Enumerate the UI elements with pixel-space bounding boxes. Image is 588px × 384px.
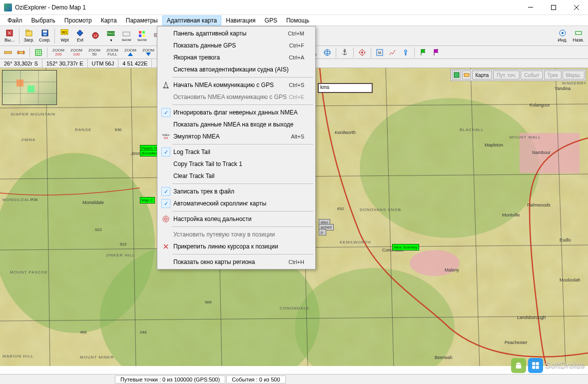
tool-track[interactable]: TRACK▼ (103, 28, 118, 44)
tool-anchor[interactable] (339, 47, 351, 58)
tool-target[interactable] (356, 47, 368, 58)
tool-ruler2[interactable] (15, 47, 27, 58)
place-label: Montville (502, 212, 520, 218)
menu-option-16[interactable]: ✓Записать трек в файл (158, 186, 314, 198)
menu-option-label: Copy Track Tail to Track 1 (173, 160, 242, 168)
shortcut-label: Ctrl+S (289, 82, 304, 88)
place-label: Maleny (445, 268, 459, 272)
place-label: Nambour (532, 150, 551, 155)
tab-track[interactable]: Трек (544, 70, 562, 80)
elevation-label: 468 (80, 330, 86, 334)
tool-globe[interactable] (321, 47, 333, 58)
load-icon (25, 29, 33, 37)
menu-option-9[interactable]: Показать данные NMEA на входе и выходе (158, 118, 314, 130)
tool-exit[interactable]: Вы... (2, 28, 17, 44)
map-overview-thumbnail[interactable] (2, 70, 57, 105)
place-label: MARION HILL (2, 354, 33, 358)
elevation-label: 248 (140, 330, 146, 334)
shortcut-label: Ctrl+E (289, 94, 304, 100)
menu-view[interactable]: Просмотр (60, 16, 96, 26)
zoom-50[interactable]: ZOOM50 (86, 47, 103, 58)
symbol-icon (138, 30, 146, 38)
menu-option-10[interactable]: NMEASIMЭмулятор NMEAAlt+S (158, 130, 314, 142)
map-note[interactable]: p. (319, 229, 326, 236)
tool-evt[interactable]: Evt (72, 28, 87, 44)
menu-option-19[interactable]: Настройка колец дальности (158, 213, 314, 225)
tab-events[interactable]: Событ (521, 70, 543, 80)
menu-option-3[interactable]: Система автоидентификации судна (AIS) (158, 64, 314, 76)
tool-save[interactable]: Сохр. (37, 28, 52, 44)
menu-help[interactable]: Помощь (282, 16, 314, 26)
tool-indicator[interactable]: Инд. (555, 28, 570, 44)
layer-icon-2[interactable] (462, 70, 471, 80)
nmea-icon: NMEA (162, 81, 170, 89)
name-icon (575, 29, 583, 37)
menu-option-1[interactable]: Показать данные GPSCtrl+F (158, 40, 314, 52)
status-bar: Путевые точки : 0 из 100000 (GPS:500) Со… (0, 374, 588, 384)
zoom-200[interactable]: ZOOM200 (50, 47, 67, 58)
menu-gps[interactable]: GPS (260, 16, 282, 26)
menu-options[interactable]: Параметры (121, 16, 162, 26)
check-icon: ✓ (161, 148, 170, 156)
zoom-out[interactable]: ZOOM (140, 47, 157, 58)
lon-display: 152° 30,737г E (42, 59, 88, 68)
tab-map[interactable]: Карта (472, 70, 493, 80)
elevation-label: 569 (205, 300, 211, 304)
menu-option-13[interactable]: Copy Track Tail to Track 1 (158, 158, 314, 170)
svg-rect-4 (26, 30, 29, 32)
menu-navigation[interactable]: Навигация (221, 16, 260, 26)
tool-tracksnow[interactable]: SHOW (119, 28, 134, 44)
menu-option-0[interactable]: Панель адаптивной картыCtrl+M (158, 28, 314, 40)
tool-pushpin[interactable] (400, 47, 412, 58)
tool-grid[interactable] (32, 47, 44, 58)
menu-adaptive-map[interactable]: Адаптивная карта (162, 16, 222, 26)
zoom-in[interactable]: ZOOM (122, 47, 139, 58)
tool-wpt[interactable]: W1Wpt (57, 28, 72, 44)
tool-ruler1[interactable] (2, 47, 14, 58)
menu-map[interactable]: Карта (96, 16, 121, 26)
menu-option-22[interactable]: Прикрепить линию курсора к позиции (158, 240, 314, 252)
status-waypoints: Путевые точки : 0 из 100000 (GPS:500) (115, 376, 225, 384)
window-title: OziExplorer - Demo Map 1 (15, 4, 519, 11)
menu-option-8[interactable]: ✓Игнорировать флаг неверных данных NMEA (158, 106, 314, 118)
menu-option-label: Clear Track Tail (173, 172, 214, 180)
zoom-full[interactable]: ZOOMFULL (104, 47, 121, 58)
menu-file[interactable]: Файл (3, 16, 27, 26)
elevation-label: 726 (31, 198, 37, 202)
menu-option-12[interactable]: ✓Log Track Tail (158, 146, 314, 158)
menu-select[interactable]: Выбрать (27, 16, 60, 26)
place-label: DIAPER MOUNTAIN (11, 112, 55, 116)
check-icon: ✓ (161, 187, 170, 196)
tool-circle[interactable]: 12 (88, 28, 103, 44)
tool-flag1[interactable] (417, 47, 429, 58)
menu-option-14[interactable]: Clear Track Tail (158, 170, 314, 182)
tool-flag2[interactable] (430, 47, 442, 58)
svg-text:NMEA: NMEA (163, 86, 169, 89)
tool-sym[interactable]: SHOW (134, 28, 149, 44)
sim-icon: NMEASIM (162, 132, 170, 140)
minimize-button[interactable] (519, 0, 542, 15)
lat-display: 26° 33,302г S (0, 59, 42, 68)
map-annotation[interactable]: Nice Scenery (392, 244, 419, 250)
menu-option-24[interactable]: Показать окно карты регионаCtrl+H (158, 256, 314, 268)
tab-waypoints[interactable]: Пут. точ. (493, 70, 520, 80)
indicator-icon (559, 29, 567, 37)
zoom-100[interactable]: ZOOM100 (68, 47, 85, 58)
layer-icon-1[interactable] (452, 70, 461, 80)
svg-rect-16 (142, 31, 145, 34)
tool-graph[interactable] (387, 47, 399, 58)
tool-chart[interactable]: M (374, 47, 386, 58)
menu-option-2[interactable]: Якорная тревогаCtrl+A (158, 52, 314, 64)
menu-option-17[interactable]: ✓Автоматический скроллинг карты (158, 198, 314, 210)
menu-option-5[interactable]: NMEAНачать NMEA коммуникацию с GPSCtrl+S (158, 79, 314, 91)
waypoint-icon: W1 (60, 29, 68, 37)
utm-coord-display: 4 51 422E (118, 59, 152, 68)
tool-load[interactable]: Загр. (21, 28, 36, 44)
tab-route[interactable]: Марш. (563, 70, 585, 80)
tool-name[interactable]: Назв. (571, 28, 586, 44)
menu-option-label: Показать данные GPS (173, 42, 236, 49)
close-button[interactable] (565, 0, 588, 15)
map-annotation[interactable]: Map C (140, 197, 155, 204)
maximize-button[interactable] (542, 0, 565, 15)
rings-icon (162, 215, 170, 223)
